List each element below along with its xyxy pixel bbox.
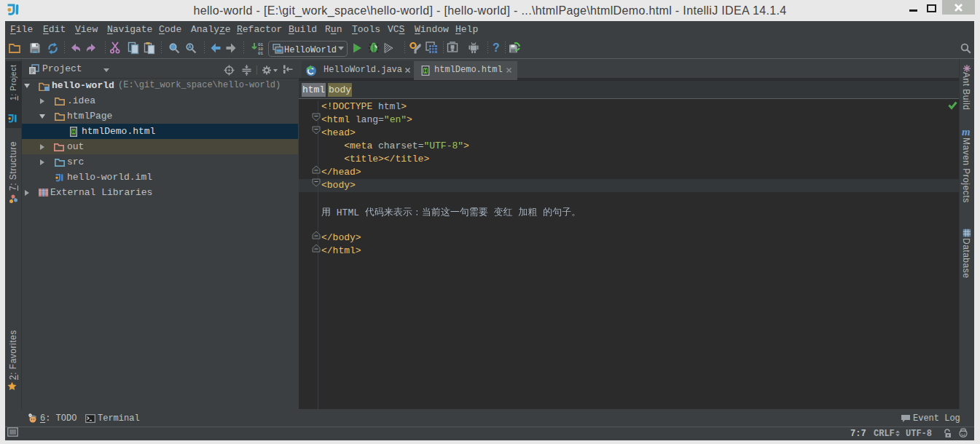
svg-text:HTML: HTML — [337, 207, 359, 218]
svg-text:01: 01 — [258, 51, 264, 55]
